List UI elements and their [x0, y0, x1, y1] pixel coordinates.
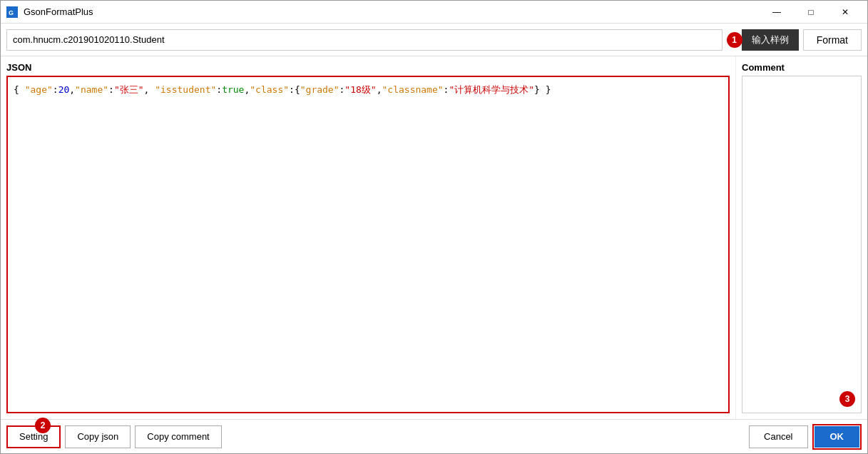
ok-button-wrapper: OK — [812, 424, 862, 450]
cancel-button[interactable]: Cancel — [749, 425, 807, 448]
ok-button[interactable]: OK — [815, 426, 860, 448]
app-icon: G — [6, 6, 18, 18]
svg-text:G: G — [9, 9, 14, 16]
comment-panel: Comment 3 — [735, 56, 867, 419]
json-panel-label: JSON — [6, 62, 730, 73]
window-title: GsonFormatPlus — [24, 6, 760, 17]
toolbar: 1 输入样例 Format — [1, 24, 867, 56]
copy-json-button[interactable]: Copy json — [65, 425, 131, 448]
footer: 2 Setting Copy json Copy comment Cancel … — [1, 419, 867, 453]
close-button[interactable]: ✕ — [829, 1, 862, 23]
json-content[interactable]: { "age":20,"name":"张三", "isstudent":true… — [8, 77, 728, 103]
badge-3: 3 — [839, 391, 855, 407]
setting-button[interactable]: Setting — [6, 425, 61, 448]
main-content: JSON { "age":20,"name":"张三", "isstudent"… — [1, 56, 867, 419]
copy-comment-button[interactable]: Copy comment — [135, 425, 221, 448]
setting-container: 2 Setting — [6, 425, 61, 448]
title-bar: G GsonFormatPlus — □ ✕ — [1, 1, 867, 24]
sample-button[interactable]: 输入样例 — [742, 29, 799, 51]
comment-editor[interactable]: 3 — [742, 76, 862, 413]
maximize-button[interactable]: □ — [795, 1, 827, 23]
sample-button-container: 1 输入样例 — [727, 29, 799, 51]
format-button[interactable]: Format — [803, 29, 862, 51]
badge-1: 1 — [727, 32, 742, 48]
badge-2: 2 — [35, 418, 51, 433]
minimize-button[interactable]: — — [760, 1, 793, 23]
json-panel: JSON { "age":20,"name":"张三", "isstudent"… — [1, 56, 735, 419]
title-bar-controls: — □ ✕ — [760, 1, 862, 23]
json-editor-container: { "age":20,"name":"张三", "isstudent":true… — [6, 76, 730, 413]
class-name-input[interactable] — [6, 29, 723, 51]
comment-panel-label: Comment — [736, 62, 862, 73]
main-window: G GsonFormatPlus — □ ✕ 1 输入样例 Format JSO… — [0, 0, 868, 454]
